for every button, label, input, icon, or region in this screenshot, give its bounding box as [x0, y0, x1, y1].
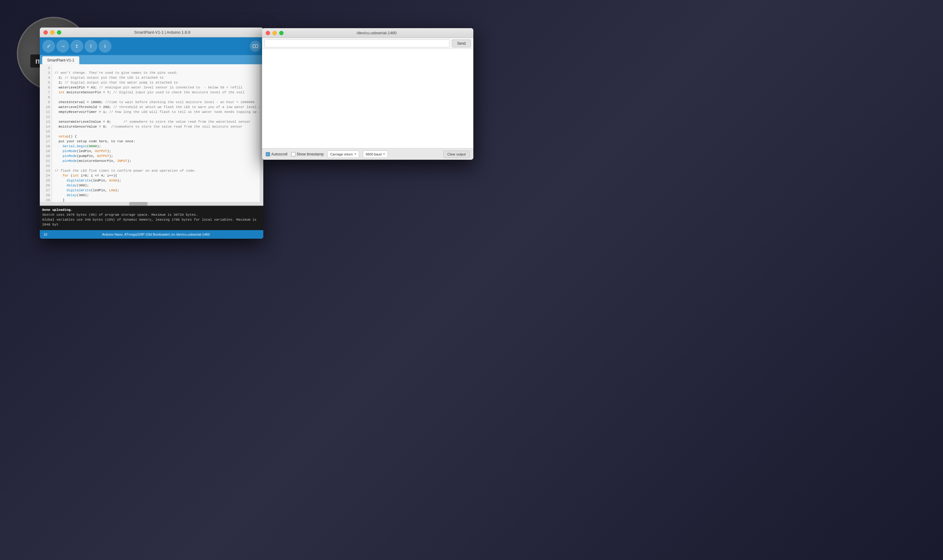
maximize-button-arduino[interactable]	[57, 30, 61, 35]
autoscroll-control[interactable]: ✓ Autoscroll	[266, 152, 288, 156]
code-content[interactable]: // won't change. They're used to give na…	[52, 64, 260, 202]
save-button[interactable]: ⇩	[99, 40, 111, 52]
verify-button[interactable]: ✓	[42, 40, 55, 52]
clear-output-button[interactable]: Clear output	[443, 151, 470, 158]
open-button[interactable]: ⇧	[85, 40, 97, 52]
new-button[interactable]: ↥	[71, 40, 83, 52]
arduino-traffic-lights	[43, 30, 61, 35]
serial-input-field[interactable]	[265, 40, 450, 48]
baud-rate-arrow-icon: ▼	[383, 153, 385, 155]
baud-rate-label: 9600 baud	[365, 152, 382, 156]
arduino-status-bar: 10 Arduino Nano, ATmega328P (Old Bootloa…	[40, 230, 263, 239]
status-line-number: 10	[43, 232, 47, 236]
serial-bottom-bar: ✓ Autoscroll Show timestamp Carriage ret…	[262, 148, 473, 160]
scrollbar-thumb[interactable]	[129, 202, 148, 206]
console-info-line2: Global variables use 340 bytes (16%) of …	[42, 217, 261, 227]
arduino-toolbar: ✓ → ↥ ⇧ ⇩	[40, 37, 263, 55]
autoscroll-label: Autoscroll	[271, 152, 288, 156]
console-area: Done uploading. Sketch uses 2970 bytes (…	[40, 206, 263, 230]
arduino-tab-main[interactable]: SmartPlant-V1-1	[42, 56, 79, 64]
serial-send-button[interactable]: Send	[452, 40, 471, 48]
serial-monitor-window: /dev/cu.usbserial-1460 Send ✓ Autoscroll…	[262, 28, 473, 160]
serial-output-area	[262, 49, 473, 148]
horizontal-scrollbar[interactable]	[40, 202, 263, 206]
serial-titlebar: /dev/cu.usbserial-1460	[262, 28, 473, 38]
status-board-info: Arduino Nano, ATmega328P (Old Bootloader…	[52, 232, 260, 236]
arduino-ide-window: SmartPlant-V1-1 | Arduino 1.8.8 ✓ → ↥ ⇧ …	[40, 28, 263, 239]
line-numbers: 2 3 4 5 6 7 8 9 10 11 12 13 14 15 16 17 …	[40, 64, 52, 202]
minimize-button-serial[interactable]	[273, 31, 277, 35]
console-info-line1: Sketch uses 2970 bytes (9%) of program s…	[42, 212, 261, 217]
desktop: D . I . Y machines SmartPlant-V1-1 | Ard…	[0, 0, 943, 560]
arduino-tabs: SmartPlant-V1-1	[40, 55, 263, 64]
close-button-arduino[interactable]	[43, 30, 48, 35]
minimize-button-arduino[interactable]	[50, 30, 54, 35]
upload-button[interactable]: →	[56, 40, 69, 52]
svg-point-1	[255, 46, 256, 47]
serial-traffic-lights	[266, 31, 284, 35]
timestamp-checkbox[interactable]	[291, 152, 296, 156]
baud-rate-dropdown[interactable]: 9600 baud ▼	[363, 151, 388, 158]
serial-monitor-button[interactable]	[250, 41, 261, 52]
carriage-return-label: Carriage return	[330, 152, 353, 156]
timestamp-label: Show timestamp	[297, 152, 324, 156]
arduino-code-area: 2 3 4 5 6 7 8 9 10 11 12 13 14 15 16 17 …	[40, 64, 263, 202]
carriage-return-arrow-icon: ▼	[354, 153, 356, 155]
close-button-serial[interactable]	[266, 31, 270, 35]
arduino-titlebar: SmartPlant-V1-1 | Arduino 1.8.8	[40, 28, 263, 37]
timestamp-control[interactable]: Show timestamp	[291, 152, 324, 156]
autoscroll-checkbox[interactable]: ✓	[266, 152, 270, 156]
console-done-line: Done uploading.	[42, 208, 261, 212]
serial-input-row: Send	[262, 38, 473, 49]
carriage-return-dropdown[interactable]: Carriage return ▼	[327, 151, 359, 158]
maximize-button-serial[interactable]	[279, 31, 284, 35]
serial-window-title: /dev/cu.usbserial-1460	[284, 31, 470, 35]
arduino-window-title: SmartPlant-V1-1 | Arduino 1.8.8	[65, 30, 260, 35]
